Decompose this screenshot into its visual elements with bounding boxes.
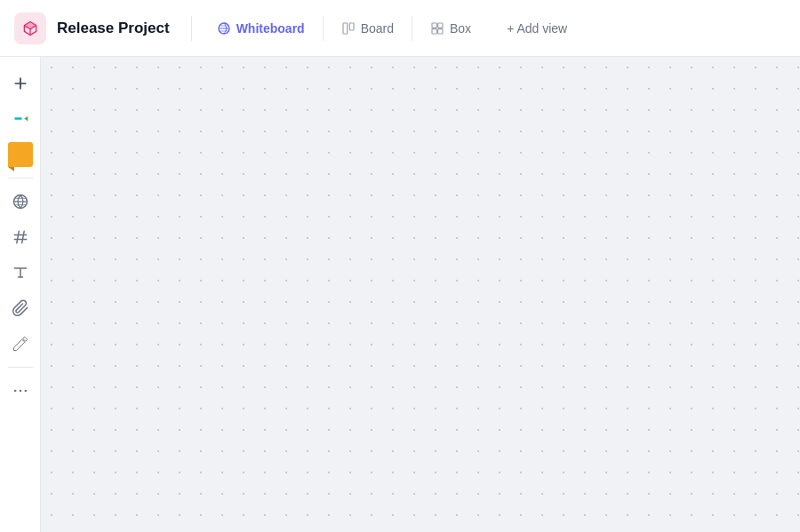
sidebar-divider-1 xyxy=(8,178,33,179)
sidebar-item-sticky[interactable] xyxy=(4,139,36,171)
tab-board-label: Board xyxy=(361,21,394,36)
sidebar-item-draw[interactable] xyxy=(4,328,36,360)
sidebar-item-add[interactable] xyxy=(4,67,36,99)
project-logo-icon xyxy=(21,20,39,37)
sidebar-item-globe[interactable] xyxy=(4,186,36,218)
sidebar-item-pen[interactable] xyxy=(4,103,36,135)
hashtag-icon xyxy=(12,228,29,246)
globe-icon xyxy=(12,193,29,210)
board-icon xyxy=(341,21,356,36)
add-view-button[interactable]: + Add view xyxy=(496,16,578,41)
sidebar-divider-2 xyxy=(8,367,33,368)
main-layout xyxy=(0,57,800,532)
tab-whiteboard-label: Whiteboard xyxy=(236,21,305,36)
whiteboard-canvas[interactable] xyxy=(41,57,800,532)
attach-icon xyxy=(12,299,29,317)
sidebar-item-hashtag[interactable] xyxy=(4,221,36,253)
svg-rect-5 xyxy=(432,28,436,33)
text-icon xyxy=(12,264,29,282)
more-icon xyxy=(12,382,29,400)
sidebar xyxy=(0,57,41,532)
svg-rect-1 xyxy=(343,23,348,34)
sidebar-item-text[interactable] xyxy=(4,257,36,289)
svg-marker-8 xyxy=(24,116,28,122)
header-divider-3 xyxy=(412,16,412,41)
whiteboard-icon xyxy=(217,21,231,36)
svg-rect-3 xyxy=(432,23,436,28)
tab-board[interactable]: Board xyxy=(331,16,404,41)
pen-icon xyxy=(12,110,29,128)
svg-point-10 xyxy=(13,390,15,393)
header-divider xyxy=(191,16,192,41)
svg-rect-2 xyxy=(349,23,354,30)
draw-icon xyxy=(12,335,29,353)
svg-rect-7 xyxy=(14,117,21,120)
tab-box-label: Box xyxy=(450,21,471,36)
svg-rect-6 xyxy=(438,28,443,33)
project-title: Release Project xyxy=(57,20,170,37)
project-logo xyxy=(14,12,46,44)
svg-point-12 xyxy=(24,390,27,393)
svg-rect-4 xyxy=(438,23,443,28)
nav-tabs: Whiteboard Board xyxy=(206,16,482,41)
plus-icon xyxy=(12,75,29,92)
box-icon xyxy=(430,21,444,36)
tab-box[interactable]: Box xyxy=(420,16,482,41)
header-divider-2 xyxy=(323,16,324,41)
sidebar-item-more[interactable] xyxy=(4,375,36,407)
header: Release Project Whiteboard xyxy=(0,0,800,57)
svg-point-11 xyxy=(19,390,21,393)
tab-whiteboard[interactable]: Whiteboard xyxy=(206,16,316,41)
add-view-label: + Add view xyxy=(507,21,567,36)
sidebar-item-attach[interactable] xyxy=(4,292,36,324)
